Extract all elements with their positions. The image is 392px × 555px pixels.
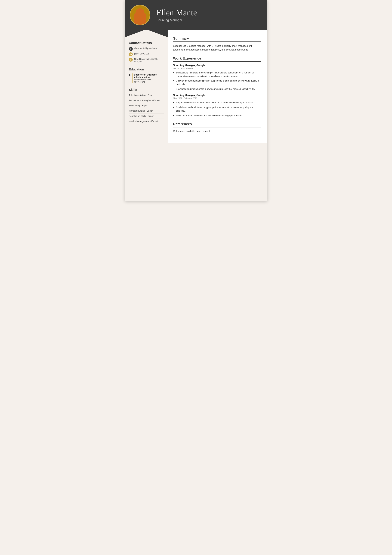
job-entry: Sourcing Manager, GoogleMarch 2023 - Pre… xyxy=(173,64,261,91)
chevron-decoration xyxy=(125,29,168,37)
main-content: Summary Experienced Sourcing Manager wit… xyxy=(168,30,267,143)
skill-item: Negotiation Skills - Expert xyxy=(129,115,164,119)
job-dates: May 2021 - February 2023 xyxy=(173,97,261,99)
avatar xyxy=(130,5,150,25)
education-section: Education Bachelor of Business Administr… xyxy=(129,68,164,83)
list-item: Negotiated contracts with suppliers to e… xyxy=(173,101,261,104)
summary-title: Summary xyxy=(173,37,261,42)
skills-section: Skills Talent Acquisition - ExpertRecrui… xyxy=(129,88,164,124)
education-item: Bachelor of Business Administration Stan… xyxy=(129,73,164,83)
contact-section: Contact Details ✉ ellenmante@gmail.com ☎… xyxy=(129,41,164,63)
skills-title: Skills xyxy=(129,88,164,92)
skill-item: Vendor Management - Expert xyxy=(129,120,164,124)
summary-section: Summary Experienced Sourcing Manager wit… xyxy=(173,37,261,51)
job-dates: March 2023 - Present xyxy=(173,67,261,69)
job-entry: Sourcing Manager, GoogleMay 2021 - Febru… xyxy=(173,94,261,117)
work-experience-title: Work Experience xyxy=(173,56,261,62)
chevron-shape xyxy=(125,29,168,37)
edu-dot-icon xyxy=(129,74,130,76)
header-name-block: Ellen Mante Sourcing Manager xyxy=(157,8,261,22)
list-item: Developed and implemented a new sourcing… xyxy=(173,87,261,91)
list-item: Analyzed market conditions and identifie… xyxy=(173,114,261,117)
contact-location-item: ◉ New Davionside, 05685, Oregon xyxy=(129,58,164,63)
candidate-name: Ellen Mante xyxy=(157,8,261,17)
sidebar: Contact Details ✉ ellenmante@gmail.com ☎… xyxy=(125,30,168,143)
email-icon: ✉ xyxy=(129,47,133,51)
edu-degree: Bachelor of Business Administration xyxy=(134,73,164,79)
contact-phone-item: ☎ (195) 909 1105 xyxy=(129,52,164,56)
list-item: Established and maintained supplier perf… xyxy=(173,106,261,113)
edu-content: Bachelor of Business Administration Stan… xyxy=(132,73,164,83)
avatar-image xyxy=(130,5,150,25)
list-item: Cultivated strong relationships with sup… xyxy=(173,79,261,86)
list-item: Successfully managed the sourcing of mat… xyxy=(173,71,261,78)
summary-text: Experienced Sourcing Manager with 8+ yea… xyxy=(173,44,261,51)
skill-item: Networking - Expert xyxy=(129,104,164,108)
contact-email-item: ✉ ellenmante@gmail.com xyxy=(129,47,164,51)
resume-header: Ellen Mante Sourcing Manager xyxy=(125,0,267,30)
resume-container: Ellen Mante Sourcing Manager Contact Det… xyxy=(125,0,267,201)
location-text: New Davionside, 05685, Oregon xyxy=(134,58,158,63)
candidate-title: Sourcing Manager xyxy=(157,18,261,22)
education-title: Education xyxy=(129,68,164,71)
job-title: Sourcing Manager, Google xyxy=(173,94,261,97)
jobs-list: Sourcing Manager, GoogleMarch 2023 - Pre… xyxy=(173,64,261,117)
email-link[interactable]: ellenmante@gmail.com xyxy=(134,47,157,50)
job-bullets: Successfully managed the sourcing of mat… xyxy=(173,71,261,91)
job-title: Sourcing Manager, Google xyxy=(173,64,261,67)
phone-number: (195) 909 1105 xyxy=(134,52,149,55)
work-experience-section: Work Experience Sourcing Manager, Google… xyxy=(173,56,261,117)
edu-years: 2017 - 2021 xyxy=(134,81,164,83)
job-bullets: Negotiated contracts with suppliers to e… xyxy=(173,101,261,117)
location-icon: ◉ xyxy=(129,58,133,62)
references-text: References available upon request xyxy=(173,130,261,132)
references-section: References References available upon req… xyxy=(173,122,261,132)
skills-list: Talent Acquisition - ExpertRecruitment S… xyxy=(129,94,164,124)
body-layout: Contact Details ✉ ellenmante@gmail.com ☎… xyxy=(125,30,267,143)
skill-item: Talent Acquisition - Expert xyxy=(129,94,164,98)
phone-icon: ☎ xyxy=(129,52,133,56)
edu-school: Stanford University xyxy=(134,79,164,81)
contact-title: Contact Details xyxy=(129,41,164,45)
skill-item: Market Sourcing - Expert xyxy=(129,110,164,114)
skill-item: Recruitment Strategies - Expert xyxy=(129,99,164,103)
references-title: References xyxy=(173,122,261,127)
